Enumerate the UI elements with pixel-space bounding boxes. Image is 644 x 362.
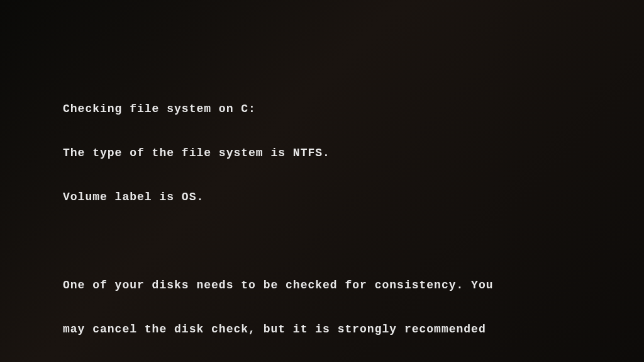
chkdsk-terminal: Checking file system on C: The type of t… bbox=[0, 0, 644, 362]
blank-line bbox=[63, 234, 644, 249]
header-line-1: Checking file system on C: bbox=[63, 102, 644, 116]
header-line-3: Volume label is OS. bbox=[63, 190, 644, 205]
warning-line-1: One of your disks needs to be checked fo… bbox=[63, 278, 644, 293]
warning-line-2: may cancel the disk check, but it is str… bbox=[63, 322, 644, 337]
header-line-2: The type of the file system is NTFS. bbox=[63, 146, 644, 161]
